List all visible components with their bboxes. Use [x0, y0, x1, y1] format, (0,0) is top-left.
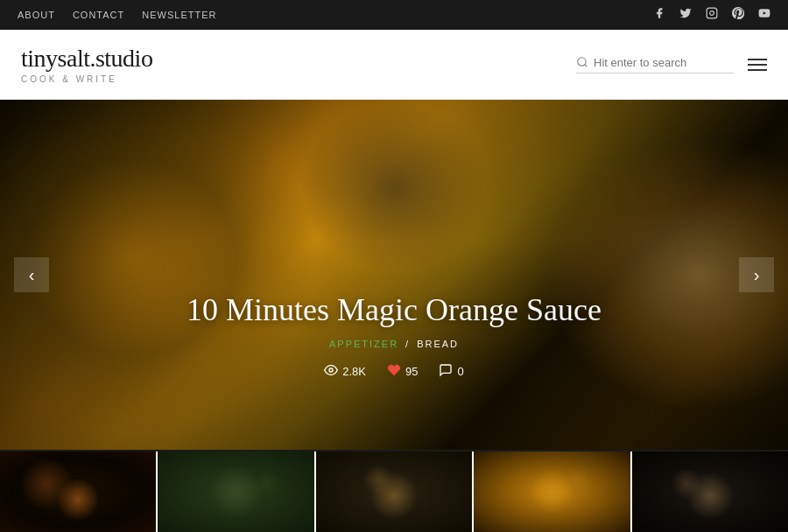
- thumbnail-item-1[interactable]: [0, 452, 158, 532]
- hero-categories: APPETIZER / BREAD: [0, 339, 788, 349]
- hero-comments: 0: [439, 363, 463, 380]
- hero-dark-overlay: [0, 100, 788, 450]
- logo-name: tinysalt.studio: [21, 45, 152, 73]
- hero-likes: 95: [387, 363, 418, 380]
- hero-category-1[interactable]: APPETIZER: [329, 339, 398, 349]
- top-nav-links: ABOUT CONTACT NEWSLETTER: [18, 10, 216, 20]
- thumbnail-strip: [0, 450, 788, 532]
- thumb-2-overlay: [158, 452, 313, 532]
- search-icon: [576, 56, 588, 68]
- thumbnail-item-2[interactable]: [158, 452, 315, 532]
- twitter-icon[interactable]: [679, 7, 692, 23]
- facebook-icon[interactable]: [653, 7, 665, 23]
- site-logo[interactable]: tinysalt.studio COOK & WRITE: [21, 45, 152, 84]
- thumb-1-overlay: [0, 452, 156, 532]
- svg-line-4: [585, 65, 587, 67]
- thumbnail-item-4[interactable]: [474, 452, 631, 532]
- comment-icon: [439, 363, 453, 380]
- top-navigation: ABOUT CONTACT NEWSLETTER: [0, 0, 788, 30]
- hero-category-2[interactable]: BREAD: [417, 339, 459, 349]
- site-header: tinysalt.studio COOK & WRITE: [0, 30, 788, 100]
- nav-about[interactable]: ABOUT: [18, 10, 55, 20]
- hero-views-count: 2.8K: [342, 365, 366, 378]
- youtube-icon[interactable]: [758, 7, 770, 23]
- thumb-3-overlay: [316, 452, 472, 532]
- hero-likes-count: 95: [405, 365, 418, 378]
- slider-next-button[interactable]: ›: [739, 257, 774, 292]
- hero-slider: ‹ 10 Minutes Magic Orange Sauce APPETIZE…: [0, 100, 788, 450]
- nav-newsletter[interactable]: NEWSLETTER: [142, 10, 216, 20]
- instagram-icon[interactable]: [706, 7, 718, 23]
- svg-point-5: [329, 368, 333, 372]
- hero-comments-count: 0: [457, 365, 463, 378]
- logo-tagline: COOK & WRITE: [21, 74, 117, 84]
- hero-views: 2.8K: [324, 363, 366, 380]
- thumbnail-item-5[interactable]: [632, 452, 788, 532]
- svg-point-3: [578, 58, 586, 66]
- menu-hamburger-button[interactable]: [748, 59, 767, 71]
- hero-category-slash: /: [405, 339, 410, 349]
- hero-content: 10 Minutes Magic Orange Sauce APPETIZER …: [0, 291, 788, 380]
- eye-icon: [324, 363, 338, 380]
- hero-title: 10 Minutes Magic Orange Sauce: [0, 291, 788, 328]
- social-icons-bar: [653, 7, 770, 23]
- thumb-5-overlay: [632, 452, 788, 532]
- thumb-4-overlay: [474, 452, 630, 532]
- hero-stats: 2.8K 95 0: [0, 363, 788, 380]
- search-input[interactable]: [594, 56, 734, 69]
- slider-prev-button[interactable]: ‹: [14, 257, 49, 292]
- header-right: [576, 56, 767, 74]
- search-bar[interactable]: [576, 56, 734, 74]
- thumbnail-item-3[interactable]: [316, 452, 474, 532]
- nav-contact[interactable]: CONTACT: [73, 10, 124, 20]
- svg-rect-0: [707, 8, 717, 18]
- heart-icon: [387, 363, 401, 380]
- pinterest-icon[interactable]: [732, 7, 744, 23]
